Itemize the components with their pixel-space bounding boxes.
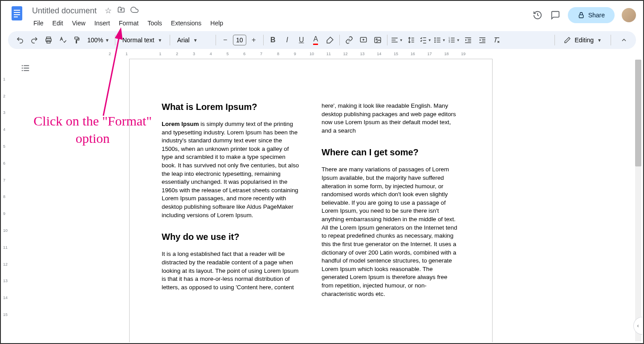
insert-image-button[interactable] — [371, 33, 384, 47]
separator — [115, 35, 115, 45]
clear-formatting-button[interactable] — [490, 33, 503, 47]
share-label: Share — [588, 12, 605, 19]
svg-point-12 — [376, 39, 377, 40]
svg-rect-2 — [14, 12, 20, 13]
svg-rect-30 — [482, 39, 485, 40]
separator — [263, 35, 264, 45]
bold-button[interactable]: B — [266, 33, 280, 47]
svg-rect-21 — [436, 42, 440, 43]
svg-rect-15 — [391, 42, 398, 43]
editing-mode-button[interactable]: Editing ▼ — [558, 34, 608, 46]
scroll-thumb[interactable] — [635, 60, 641, 166]
svg-rect-14 — [391, 40, 395, 40]
print-button[interactable] — [42, 33, 55, 47]
align-button[interactable]: ▼ — [390, 33, 404, 47]
redo-button[interactable] — [28, 33, 41, 47]
menu-edit[interactable]: Edit — [49, 18, 67, 28]
svg-point-17 — [434, 40, 436, 41]
svg-rect-19 — [436, 38, 440, 39]
menu-bar: File Edit View Insert Format Tools Exten… — [29, 18, 532, 28]
svg-rect-3 — [14, 14, 20, 15]
undo-button[interactable] — [13, 33, 27, 47]
highlight-button[interactable] — [323, 33, 337, 47]
outline-toggle-button[interactable] — [19, 61, 32, 75]
insert-link-button[interactable] — [342, 33, 356, 47]
document-canvas[interactable]: What is Lorem Ipsum? Lorem Ipsum is simp… — [9, 58, 643, 342]
menu-file[interactable]: File — [29, 18, 48, 28]
font-size-increase[interactable]: + — [247, 33, 261, 47]
decrease-indent-button[interactable] — [461, 33, 475, 47]
move-icon[interactable] — [117, 6, 125, 16]
svg-rect-20 — [436, 40, 440, 40]
account-avatar[interactable] — [622, 8, 636, 22]
comments-icon[interactable] — [550, 10, 561, 20]
menu-format[interactable]: Format — [115, 18, 143, 28]
paint-format-button[interactable] — [70, 33, 84, 47]
svg-rect-35 — [22, 68, 23, 69]
paragraph-style-selector[interactable]: Normal text▼ — [118, 36, 167, 44]
svg-text:3: 3 — [448, 40, 450, 43]
numbered-list-button[interactable]: 123▼ — [447, 33, 461, 47]
font-size-input[interactable] — [233, 35, 246, 45]
separator — [611, 35, 611, 45]
history-icon[interactable] — [532, 10, 543, 20]
document-title[interactable]: Untitled document — [29, 5, 99, 16]
menu-insert[interactable]: Insert — [90, 18, 114, 28]
separator — [339, 35, 340, 45]
spellcheck-button[interactable] — [56, 33, 69, 47]
menu-extensions[interactable]: Extensions — [167, 18, 205, 28]
svg-point-16 — [434, 37, 436, 39]
pencil-icon — [564, 36, 571, 44]
font-selector[interactable]: Arial▼ — [173, 36, 213, 44]
paragraph-3[interactable]: There are many variations of passages of… — [322, 166, 460, 298]
menu-tools[interactable]: Tools — [143, 18, 166, 28]
heading-3[interactable]: Where can I get some? — [322, 147, 460, 158]
cloud-status-icon[interactable] — [130, 6, 139, 16]
svg-rect-29 — [479, 37, 485, 38]
separator — [554, 35, 555, 45]
document-page[interactable]: What is Lorem Ipsum? Lorem Ipsum is simp… — [129, 59, 493, 342]
svg-rect-13 — [391, 38, 398, 39]
paragraph-1[interactable]: Lorem Ipsum is simply dummy text of the … — [162, 120, 300, 219]
increase-indent-button[interactable] — [476, 33, 489, 47]
svg-rect-26 — [468, 39, 471, 40]
svg-rect-38 — [24, 70, 29, 71]
bulleted-list-button[interactable]: ▼ — [433, 33, 446, 47]
insert-comment-button[interactable] — [357, 33, 370, 47]
share-button[interactable]: Share — [568, 7, 615, 23]
toolbar: 100%▼ Normal text▼ Arial▼ − + B I U A ▼ … — [8, 31, 636, 49]
underline-button[interactable]: U — [295, 33, 308, 47]
text-color-button[interactable]: A — [309, 33, 322, 47]
svg-rect-5 — [579, 15, 583, 18]
menu-view[interactable]: View — [68, 18, 90, 28]
app-header: Untitled document ☆ File Edit View Inser… — [1, 1, 643, 29]
separator — [170, 35, 170, 45]
menu-help[interactable]: Help — [206, 18, 227, 28]
svg-rect-37 — [22, 70, 23, 71]
line-spacing-button[interactable] — [404, 33, 418, 47]
svg-rect-28 — [465, 42, 471, 43]
heading-1[interactable]: What is Lorem Ipsum? — [162, 102, 300, 112]
svg-rect-25 — [465, 37, 471, 38]
italic-button[interactable]: I — [281, 33, 294, 47]
svg-rect-4 — [14, 16, 18, 17]
vertical-scrollbar[interactable] — [635, 60, 641, 341]
svg-rect-33 — [22, 65, 23, 66]
vertical-ruler[interactable]: 123456789101112131415 — [2, 58, 9, 342]
svg-point-18 — [434, 41, 436, 43]
zoom-selector[interactable]: 100%▼ — [85, 36, 112, 44]
checklist-button[interactable]: ▼ — [419, 33, 432, 47]
horizontal-ruler[interactable]: 2112345678910111213141516171819 — [19, 51, 636, 58]
svg-rect-36 — [24, 68, 29, 69]
heading-2[interactable]: Why do we use it? — [162, 232, 300, 242]
collapse-toolbar-button[interactable] — [617, 33, 631, 47]
separator — [216, 35, 216, 45]
svg-rect-27 — [468, 41, 471, 42]
font-size-decrease[interactable]: − — [219, 33, 232, 47]
svg-rect-9 — [75, 37, 78, 39]
svg-rect-31 — [482, 41, 485, 42]
docs-logo[interactable] — [8, 4, 26, 22]
star-icon[interactable]: ☆ — [105, 6, 112, 16]
svg-rect-32 — [479, 42, 485, 43]
svg-rect-34 — [24, 65, 29, 66]
